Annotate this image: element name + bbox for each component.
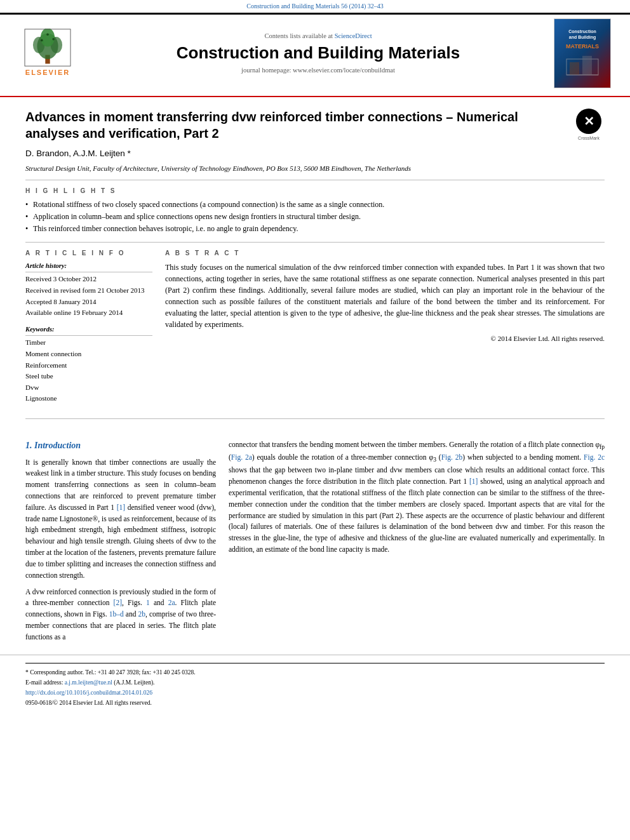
elsevier-brand-text: ELSEVIER (25, 68, 70, 77)
highlight-item: Application in column–beam and splice co… (25, 211, 605, 222)
svg-point-7 (46, 34, 49, 36)
intro-heading: 1. Introduction (25, 439, 216, 452)
highlight-text-2: Application in column–beam and splice co… (33, 212, 361, 221)
sciencedirect-prefix: Contents lists available at (264, 32, 333, 39)
cover-materials-text: MATERIALS (566, 43, 599, 51)
elsevier-tree-icon (22, 29, 73, 67)
svg-point-5 (41, 39, 43, 42)
keyword-reinforcement: Reinforcement (25, 360, 152, 371)
doi-text: http://dx.doi.org/10.1016/j.conbuildmat.… (25, 690, 152, 696)
ref-fig2b[interactable]: 2b (138, 610, 146, 618)
footnote-doi: http://dx.doi.org/10.1016/j.conbuildmat.… (25, 689, 605, 697)
article-info-abstract-section: A R T I C L E I N F O Article history: R… (25, 249, 605, 419)
ref-1[interactable]: [1] (117, 503, 125, 511)
footer-divider (25, 663, 605, 663)
footnote-issn: 0950-0618/© 2014 Elsevier Ltd. All right… (25, 699, 605, 707)
highlight-text-3: This reinforced timber connection behave… (33, 224, 298, 233)
intro-right-paragraph: connector that transfers the bending mom… (229, 439, 605, 556)
keywords-content: Timber Moment connection Reinforcement S… (25, 337, 152, 404)
keyword-steel: Steel tube (25, 371, 152, 382)
authors-line: D. Brandon, A.J.M. Leijten * (25, 148, 605, 160)
article-history-block: Article history: Received 3 October 2012… (25, 262, 152, 319)
highlights-list: Rotational stiffness of two closely spac… (25, 199, 605, 234)
abstract-column: A B S T R A C T This study focuses on th… (165, 249, 605, 411)
accepted-text: Accepted 8 January 2014 (25, 297, 152, 308)
keyword-lignostone: Lignostone (25, 393, 152, 404)
available-text: Available online 19 February 2014 (25, 307, 152, 319)
svg-rect-10 (570, 62, 579, 75)
journal-cover-image: Constructionand Building MATERIALS (554, 18, 617, 88)
journal-reference: Construction and Building Materials 56 (… (0, 0, 630, 13)
intro-paragraph-1: It is generally known that timber connec… (25, 457, 216, 582)
ref-fig2b-r[interactable]: Fig. 2b (441, 453, 463, 461)
elsevier-logo: ELSEVIER (13, 29, 83, 77)
journal-name-heading: Construction and Building Materials (83, 43, 554, 63)
article-area: Advances in moment transferring dvw rein… (0, 97, 630, 439)
abstract-text: This study focuses on the numerical simu… (165, 262, 605, 330)
journal-header: Construction and Building Materials 56 (… (0, 0, 630, 97)
intro-paragraph-2: A dvw reinforced connection is previousl… (25, 587, 216, 643)
ref-fig2a[interactable]: 2a (168, 599, 175, 606)
main-content: 1. Introduction It is generally known th… (0, 439, 630, 648)
crossmark-x-icon: ✕ (584, 112, 594, 130)
footnote-corresponding: * Corresponding author. Tel.: +31 40 247… (25, 669, 605, 677)
ref-fig2c[interactable]: Fig. 2c (584, 453, 605, 461)
highlights-section: H I G H L I G H T S Rotational stiffness… (25, 187, 605, 242)
email-link[interactable]: a.j.m.leijten@tue.nl (65, 679, 112, 686)
sciencedirect-link[interactable]: ScienceDirect (335, 32, 372, 39)
header-content: ELSEVIER Contents lists available at Sci… (0, 15, 630, 92)
cover-illustration-icon (563, 53, 601, 78)
ref-1-r[interactable]: [1] (469, 477, 478, 485)
footnote-email: E-mail address: a.j.m.leijten@tue.nl (A.… (25, 679, 605, 687)
crossmark-circle-icon: ✕ (576, 109, 601, 134)
journal-homepage-url: journal homepage: www.elsevier.com/locat… (83, 66, 554, 76)
cover-box: Constructionand Building MATERIALS (554, 18, 611, 88)
keyword-dvw: Dvw (25, 382, 152, 394)
crossmark-badge: ✕ CrossMark (573, 109, 605, 142)
keyword-timber: Timber (25, 337, 152, 349)
crossmark-label: CrossMark (578, 135, 600, 142)
highlight-text-1: Rotational stiffness of two closely spac… (33, 200, 384, 209)
journal-ref-text: Construction and Building Materials 56 (… (246, 3, 384, 10)
email-author: (A.J.M. Leijten). (114, 679, 154, 686)
corresponding-text: * Corresponding author. Tel.: +31 40 247… (25, 669, 196, 676)
svg-point-6 (52, 38, 55, 41)
right-main-column: connector that transfers the bending mom… (229, 439, 605, 648)
doi-link[interactable]: http://dx.doi.org/10.1016/j.conbuildmat.… (25, 690, 152, 696)
article-info-heading: A R T I C L E I N F O (25, 249, 152, 258)
ref-fig2a-r[interactable]: Fig. 2a (231, 453, 252, 461)
issn-text: 0950-0618/© 2014 Elsevier Ltd. All right… (25, 700, 152, 706)
keywords-block: Keywords: Timber Moment connection Reinf… (25, 325, 152, 404)
article-title: Advances in moment transferring dvw rein… (25, 109, 560, 142)
revised-text: Received in revised form 21 October 2013 (25, 285, 152, 297)
ref-fig1[interactable]: 1 (146, 599, 150, 606)
svg-point-4 (41, 29, 55, 47)
elsevier-logo-inner: ELSEVIER (13, 29, 83, 77)
keyword-moment: Moment connection (25, 349, 152, 360)
history-label: Article history: (25, 262, 152, 273)
abstract-heading: A B S T R A C T (165, 249, 605, 258)
article-title-section: Advances in moment transferring dvw rein… (25, 103, 605, 142)
keywords-label: Keywords: (25, 325, 152, 337)
ref-2[interactable]: [2] (114, 599, 122, 606)
footer-area: * Corresponding author. Tel.: +31 40 247… (0, 655, 630, 708)
authors-text: D. Brandon, A.J.M. Leijten * (25, 149, 131, 158)
highlight-item: Rotational stiffness of two closely spac… (25, 199, 605, 210)
journal-title-center: Contents lists available at ScienceDirec… (83, 32, 554, 76)
article-info-column: A R T I C L E I N F O Article history: R… (25, 249, 152, 411)
received-text: Received 3 October 2012 (25, 274, 152, 285)
received-date: Received 3 October 2012 Received in revi… (25, 274, 152, 318)
email-label: E-mail address: (25, 679, 65, 686)
svg-rect-11 (582, 56, 592, 75)
cover-title: Constructionand Building (568, 29, 596, 40)
highlights-heading: H I G H L I G H T S (25, 187, 605, 196)
affiliation: Structural Design Unit, Faculty of Archi… (25, 164, 605, 180)
left-main-column: 1. Introduction It is generally known th… (25, 439, 216, 648)
copyright-notice: © 2014 Elsevier Ltd. All rights reserved… (165, 334, 605, 343)
highlight-item: This reinforced timber connection behave… (25, 223, 605, 234)
ref-fig1bd[interactable]: 1b–d (109, 610, 124, 618)
sciencedirect-info: Contents lists available at ScienceDirec… (83, 32, 554, 41)
